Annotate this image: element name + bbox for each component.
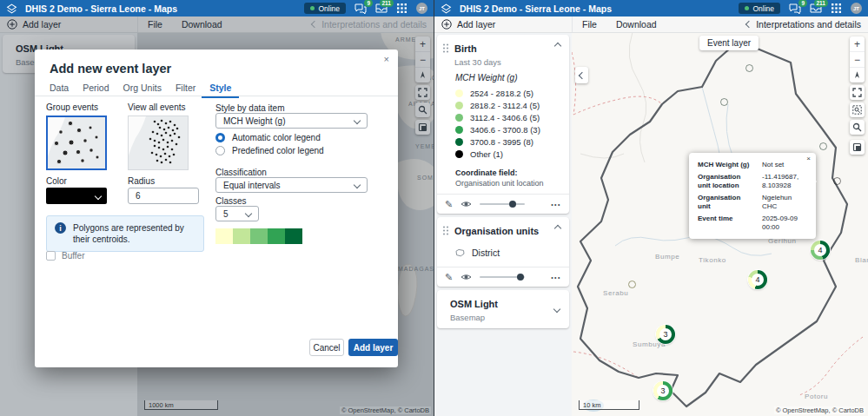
basemap-button[interactable]: [850, 140, 865, 155]
popup-row-value: Not set: [762, 161, 807, 169]
slider-knob[interactable]: [509, 201, 516, 208]
map-label: Tikonko: [699, 256, 726, 264]
apps-grid-icon[interactable]: [830, 3, 843, 14]
buffer-checkbox[interactable]: Buffer: [46, 251, 85, 261]
ramp-swatch: [233, 228, 250, 244]
layers-panel: Birth Last 30 days MCH Weight (g) 2524 -…: [434, 32, 572, 416]
classes-select[interactable]: 5: [215, 206, 259, 221]
district-polygon-icon: [454, 245, 466, 261]
chevron-left-icon: [578, 71, 585, 78]
messages-icon[interactable]: 9: [788, 3, 801, 14]
compass-button[interactable]: [850, 67, 865, 83]
messages-icon[interactable]: 9: [354, 3, 367, 14]
zoom-in-button[interactable]: +: [850, 36, 865, 51]
basemap-subtitle: Basemap: [450, 313, 554, 322]
chevron-down-icon: [354, 117, 361, 124]
download-menu[interactable]: Download: [606, 19, 666, 30]
interpretations-inbox-icon[interactable]: 211: [374, 3, 388, 14]
legend-item: 3700.8 - 3995 (8): [455, 135, 569, 148]
visibility-eye-icon[interactable]: [461, 269, 472, 285]
view-all-events-label: View all events: [128, 102, 186, 112]
zoom-to-area-button[interactable]: [850, 102, 865, 117]
predefined-legend-radio[interactable]: Predefined color legend: [215, 146, 324, 155]
coordinate-field-label: Coordinate field:: [455, 168, 569, 177]
event-point[interactable]: [819, 142, 827, 150]
ramp-swatch: [268, 228, 285, 244]
close-icon[interactable]: ×: [384, 54, 389, 64]
right-map-canvas[interactable]: Bo Bumpe Tikonko Gerihun Serabu Sumbuya …: [572, 32, 868, 416]
event-cluster[interactable]: 3: [656, 325, 675, 344]
view-all-events-thumbnail[interactable]: [128, 116, 189, 170]
app-title: DHIS 2 Demo - Sierra Leone - Maps: [460, 3, 612, 14]
classification-select[interactable]: Equal intervals: [215, 177, 368, 193]
inbox-count-badge: 211: [380, 0, 394, 7]
left-app-window: DHIS 2 Demo - Sierra Leone - Maps Online…: [0, 0, 434, 416]
fullscreen-button[interactable]: [850, 85, 865, 100]
popup-row-label: MCH Weight (g): [698, 161, 755, 169]
circle-plus-icon: [441, 19, 452, 30]
event-point[interactable]: [745, 64, 753, 72]
chevron-up-icon[interactable]: [554, 43, 561, 50]
event-cluster[interactable]: 4: [748, 270, 767, 289]
drag-handle-icon[interactable]: [442, 224, 449, 240]
automatic-legend-radio[interactable]: Automatic color legend: [215, 133, 321, 142]
event-cluster[interactable]: 3: [653, 381, 673, 400]
panel-collapse-button[interactable]: [575, 67, 588, 83]
app-title: DHIS 2 Demo - Sierra Leone - Maps: [25, 3, 177, 14]
map-label: Blama: [855, 256, 868, 264]
dialog-title: Add new event layer: [50, 62, 171, 76]
layer-legend: MCH Weight (g) 2524 - 2818.2 (5) 2818.2 …: [437, 67, 569, 162]
messages-count-badge: 9: [798, 0, 807, 7]
add-layer-button[interactable]: Add layer: [434, 17, 573, 32]
online-status-badge: Online: [304, 3, 346, 14]
user-avatar[interactable]: JT: [851, 3, 862, 14]
messages-count-badge: 9: [364, 0, 373, 7]
event-cluster[interactable]: 4: [811, 241, 830, 260]
opacity-slider[interactable]: [480, 203, 525, 205]
radio-unselected-icon: [215, 146, 225, 155]
radius-input[interactable]: 6: [128, 188, 199, 204]
more-menu-icon[interactable]: •••: [551, 201, 561, 208]
style-by-select[interactable]: MCH Weight (g): [215, 113, 368, 129]
edit-layer-icon[interactable]: ✎: [445, 273, 453, 282]
visibility-eye-icon[interactable]: [461, 196, 472, 212]
scale-bar: 10 km: [579, 400, 639, 410]
legend-item: Other (1): [455, 148, 569, 160]
dhis2-logo-icon[interactable]: [6, 3, 17, 14]
add-layer-submit-button[interactable]: Add layer: [348, 339, 398, 356]
color-select[interactable]: [46, 188, 107, 204]
apps-grid-icon[interactable]: [395, 3, 408, 14]
chevron-up-icon[interactable]: [554, 225, 561, 232]
legend-item: 3112.4 - 3406.6 (5): [455, 111, 569, 123]
interpretations-inbox-icon[interactable]: 211: [809, 3, 822, 14]
interpretations-toggle[interactable]: Interpretations and details: [746, 19, 868, 30]
event-point[interactable]: [720, 98, 728, 106]
more-menu-icon[interactable]: •••: [551, 274, 561, 281]
basemap-card[interactable]: OSM Light Basemap: [437, 290, 569, 328]
slider-knob[interactable]: [517, 274, 524, 281]
style-by-label: Style by data item: [215, 103, 284, 113]
cancel-button[interactable]: Cancel: [309, 339, 344, 356]
event-layer-chip[interactable]: Event layer: [699, 36, 759, 50]
event-point-selected[interactable]: [833, 177, 841, 185]
layer-subtitle: Last 30 days: [454, 57, 555, 67]
zoom-out-button[interactable]: −: [850, 51, 865, 67]
drag-handle-icon[interactable]: [442, 42, 449, 57]
legend-dot-icon: [455, 89, 463, 97]
opacity-slider[interactable]: [480, 276, 525, 278]
group-events-thumbnail[interactable]: [46, 116, 107, 170]
basemap-title: OSM Light: [450, 299, 498, 309]
event-point[interactable]: [628, 281, 636, 288]
orgunit-legend-item: District: [437, 240, 569, 267]
legend-item: 2524 - 2818.2 (5): [455, 87, 569, 99]
file-menu[interactable]: File: [573, 19, 606, 30]
group-events-label: Group events: [46, 102, 98, 112]
user-avatar[interactable]: JT: [416, 3, 427, 14]
edit-layer-icon[interactable]: ✎: [445, 200, 453, 209]
close-icon[interactable]: ×: [806, 155, 811, 162]
dhis2-logo-icon[interactable]: [441, 3, 452, 14]
chevron-down-icon: [354, 182, 361, 188]
search-button[interactable]: [850, 120, 865, 135]
chevron-down-icon[interactable]: [553, 305, 560, 312]
color-ramp[interactable]: [215, 228, 302, 244]
